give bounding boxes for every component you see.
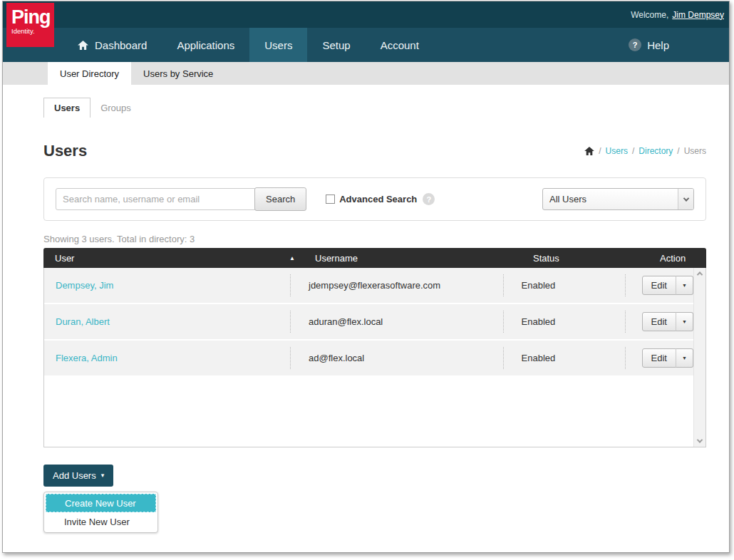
home-icon [78,41,88,50]
username-cell: jdempsey@flexerasoftware.com [290,268,503,303]
column-header-username[interactable]: Username [296,253,515,264]
select-chevron-icon [678,189,693,209]
table-row: Flexera, Admin ad@flex.local Enabled Edi… [44,341,693,377]
breadcrumb-separator: / [677,146,679,156]
status-cell: Enabled [503,341,625,375]
search-button[interactable]: Search [254,187,306,211]
column-header-user[interactable]: User ▲ [43,253,296,264]
directory-tabs: Users Groups [43,98,729,118]
breadcrumb-link-directory[interactable]: Directory [639,146,673,156]
breadcrumb: / Users / Directory / Users [584,146,706,156]
edit-dropdown-caret-icon[interactable]: ▼ [676,348,693,368]
page-title: Users [43,142,87,160]
add-users-button[interactable]: Add Users ▾ [43,465,113,487]
welcome-label: Welcome, [631,10,668,20]
menu-item-invite-new-user[interactable]: Invite New User [46,512,156,531]
logo-sub-text: Identity. [11,27,54,35]
nav-item-label: Dashboard [95,39,147,51]
tab-groups[interactable]: Groups [91,98,141,118]
main-nav: Dashboard Applications Users Setup Accou… [3,28,729,62]
nav-item-setup[interactable]: Setup [307,28,365,62]
breadcrumb-link-users[interactable]: Users [606,146,628,156]
column-header-action[interactable]: Action [639,253,706,264]
breadcrumb-home-icon[interactable] [584,147,594,155]
nav-item-label: Account [381,39,419,51]
nav-item-account[interactable]: Account [366,28,434,62]
tab-user-directory[interactable]: User Directory [48,62,131,85]
advanced-search-help-icon[interactable]: ? [423,193,435,205]
help-icon: ? [629,38,641,51]
add-users-label: Add Users [53,470,96,481]
edit-dropdown-caret-icon[interactable]: ▼ [676,312,693,331]
tab-users-by-service[interactable]: Users by Service [131,62,225,85]
edit-button[interactable]: Edit [642,312,676,331]
edit-dropdown-caret-icon[interactable]: ▼ [676,276,693,295]
advanced-search-checkbox[interactable] [326,195,335,204]
nav-item-dashboard[interactable]: Dashboard [63,28,162,62]
users-filter-select[interactable]: All Users [542,188,694,210]
edit-button[interactable]: Edit [642,276,676,295]
nav-item-label: Users [264,39,292,51]
advanced-search-label: Advanced Search [339,194,417,204]
edit-button[interactable]: Edit [642,348,676,368]
nav-item-users[interactable]: Users [249,28,307,62]
nav-item-label: Applications [177,39,234,51]
help-label: Help [647,39,669,51]
help-button[interactable]: ? Help [629,38,669,51]
top-bar: Welcome, Jim Dempsey [3,1,729,28]
scroll-down-icon[interactable] [694,435,705,447]
tab-users[interactable]: Users [43,98,91,118]
users-filter-value: All Users [549,194,586,204]
add-users-menu: Create New User Invite New User [43,492,158,533]
status-cell: Enabled [503,268,625,303]
column-header-status[interactable]: Status [515,253,639,264]
subtab-label: User Directory [60,68,119,79]
status-cell: Enabled [503,304,625,339]
breadcrumb-separator: / [632,146,634,156]
table-row: Duran, Albert aduran@flex.local Enabled … [44,304,693,341]
user-name-link[interactable]: Flexera, Admin [56,353,118,363]
table-row: Dempsey, Jim jdempsey@flexerasoftware.co… [44,268,693,304]
table-body: Dempsey, Jim jdempsey@flexerasoftware.co… [43,268,706,447]
subtab-label: Users by Service [143,68,213,79]
nav-item-applications[interactable]: Applications [162,28,249,62]
app-window: Welcome, Jim Dempsey Ping Identity. Dash… [2,1,730,553]
username-cell: ad@flex.local [290,341,503,375]
results-summary: Showing 3 users. Total in directory: 3 [43,234,729,244]
sort-ascending-icon: ▲ [289,255,295,261]
username-cell: aduran@flex.local [290,304,503,339]
breadcrumb-current: Users [684,146,706,156]
user-name-link[interactable]: Duran, Albert [56,316,110,327]
current-user-link[interactable]: Jim Dempsey [672,10,724,20]
logo-brand-text: Ping [11,8,54,27]
breadcrumb-separator: / [599,146,601,156]
table-header: User ▲ Username Status Action [43,248,706,268]
table-scrollbar[interactable] [693,268,705,447]
add-users-caret-icon: ▾ [101,472,105,479]
users-table: User ▲ Username Status Action Dempsey, J… [43,248,706,447]
search-input[interactable] [56,188,255,210]
ping-identity-logo: Ping Identity. [6,3,54,47]
scroll-up-icon[interactable] [694,268,705,279]
nav-item-label: Setup [322,39,350,51]
menu-item-create-new-user[interactable]: Create New User [46,494,156,512]
search-panel: Search Advanced Search ? All Users [43,177,706,221]
section-tabs: User Directory Users by Service [3,62,729,85]
user-name-link[interactable]: Dempsey, Jim [56,280,113,291]
